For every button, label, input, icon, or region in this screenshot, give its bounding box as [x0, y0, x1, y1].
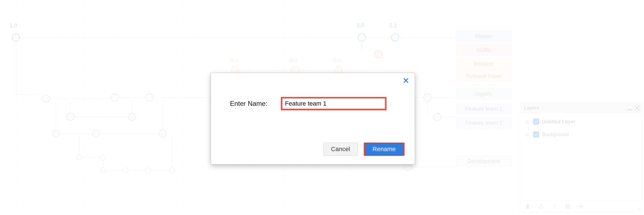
cancel-button[interactable]: Cancel — [323, 142, 357, 156]
commit-node[interactable] — [433, 113, 442, 121]
edge — [56, 103, 56, 130]
name-input[interactable] — [283, 99, 385, 109]
layer-label: Background — [542, 132, 569, 138]
branch-label[interactable]: Feature team 2 — [456, 117, 512, 128]
commit-node[interactable] — [145, 167, 151, 173]
edge — [239, 70, 291, 71]
branch-label[interactable]: Release — [456, 58, 512, 69]
tag-version: 2.0 — [356, 22, 364, 29]
edge — [50, 98, 111, 99]
resize-handle-icon[interactable] — [637, 207, 641, 211]
layers-panel: Layers Untitled Layer — [520, 103, 642, 212]
edge — [151, 170, 169, 171]
input-highlight — [281, 97, 387, 110]
branch-label[interactable]: Development — [456, 156, 512, 167]
branch-label[interactable]: Master — [456, 31, 512, 42]
edge — [70, 103, 71, 114]
commit-node[interactable] — [100, 154, 106, 161]
layers-panel-footer — [520, 200, 642, 212]
edge — [132, 102, 132, 114]
edge — [103, 161, 103, 168]
edge — [16, 42, 16, 94]
button-highlight: Rename — [364, 142, 405, 156]
lock-icon — [524, 119, 530, 125]
tag-rc: RC1 — [230, 58, 239, 63]
commit-node[interactable] — [12, 33, 20, 42]
close-icon[interactable]: ✕ — [403, 77, 409, 85]
edge — [412, 167, 455, 167]
commit-node[interactable] — [145, 93, 153, 102]
layer-visible-checkbox[interactable] — [533, 131, 539, 138]
branch-label[interactable]: Nightly — [456, 88, 512, 99]
layer-visible-checkbox[interactable] — [533, 119, 539, 125]
edge — [442, 117, 455, 117]
commit-node[interactable] — [52, 129, 60, 138]
edge — [60, 133, 92, 134]
commit-node[interactable] — [111, 93, 119, 102]
edge — [82, 157, 100, 158]
edge — [100, 133, 158, 134]
tag-rc: RC3 — [333, 58, 341, 63]
dialog-label: Enter Name: — [230, 100, 267, 108]
layers-panel-title: Layers — [524, 105, 539, 111]
commit-node[interactable] — [122, 167, 128, 173]
svg-point-1 — [554, 204, 555, 205]
branch-labels: Master Hotfix Release Release Fixes Nigh… — [456, 31, 514, 169]
tag-version: 1.0 — [9, 22, 17, 29]
lock-icon — [524, 131, 530, 138]
edge — [20, 37, 356, 38]
edge — [427, 102, 428, 114]
layer-row[interactable]: Background — [520, 128, 642, 141]
commit-node[interactable] — [374, 50, 383, 58]
branch-label[interactable]: Feature team 1 — [456, 103, 512, 114]
rename-dialog: ✕ Enter Name: Cancel Rename — [211, 73, 415, 164]
edge — [162, 102, 163, 129]
edge — [299, 70, 334, 71]
tag-rc: RC2 — [289, 58, 298, 63]
export-icon[interactable] — [538, 203, 544, 209]
layer-label: Untitled Layer — [542, 119, 575, 125]
commit-node[interactable] — [128, 113, 136, 121]
commit-node[interactable] — [76, 154, 82, 161]
commit-node[interactable] — [42, 94, 50, 103]
layer-row[interactable]: Untitled Layer — [520, 115, 642, 128]
svg-point-2 — [554, 206, 555, 207]
duplicate-icon[interactable] — [565, 203, 571, 209]
commit-node[interactable] — [66, 113, 75, 121]
edge — [106, 170, 122, 171]
edge — [79, 138, 80, 155]
edge — [399, 37, 455, 38]
commit-node[interactable] — [92, 129, 100, 138]
trash-icon[interactable] — [525, 203, 531, 209]
commit-node[interactable] — [158, 129, 167, 138]
tag-version: 2.1 — [389, 22, 397, 29]
commit-node[interactable] — [169, 167, 175, 173]
commit-node[interactable] — [423, 93, 432, 102]
edge — [172, 138, 172, 168]
branch-label[interactable]: Release Fixes — [456, 71, 512, 82]
edge — [432, 97, 455, 98]
edge — [16, 94, 42, 95]
edge — [119, 97, 145, 98]
svg-rect-0 — [628, 109, 632, 110]
commit-node[interactable] — [358, 33, 366, 42]
edge — [366, 37, 391, 38]
edge — [75, 117, 128, 117]
branch-label[interactable]: Hotfix — [456, 44, 512, 56]
more-icon[interactable] — [551, 203, 558, 209]
rename-button[interactable]: Rename — [365, 143, 403, 155]
edge — [128, 170, 145, 171]
edge — [361, 42, 362, 50]
layers-panel-header[interactable]: Layers — [520, 103, 642, 113]
commit-node[interactable] — [100, 167, 106, 173]
add-icon[interactable] — [578, 203, 584, 209]
close-icon[interactable] — [634, 105, 640, 111]
minimize-icon[interactable] — [628, 105, 633, 111]
commit-node[interactable] — [391, 33, 399, 42]
svg-point-3 — [554, 208, 555, 209]
